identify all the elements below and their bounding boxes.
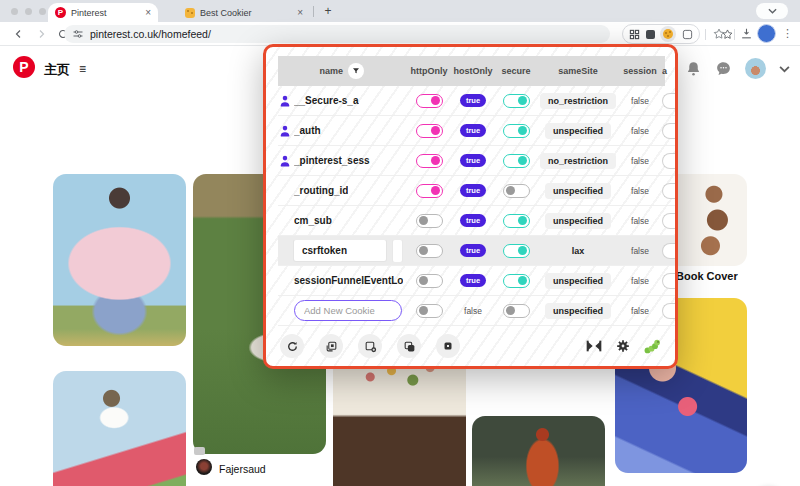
clipped-action-button[interactable] bbox=[662, 183, 676, 199]
samesite-value[interactable]: no_restriction bbox=[540, 93, 616, 109]
samesite-value[interactable]: unspecified bbox=[545, 213, 611, 229]
secure-toggle[interactable] bbox=[503, 124, 530, 138]
secure-toggle[interactable] bbox=[503, 184, 530, 198]
secure-toggle[interactable] bbox=[503, 274, 530, 288]
secure-toggle[interactable] bbox=[503, 154, 530, 168]
samesite-value[interactable]: unspecified bbox=[545, 183, 611, 199]
cookie-name[interactable]: __Secure-s_a bbox=[294, 95, 359, 106]
cookie-name[interactable]: _routing_id bbox=[294, 185, 348, 196]
cookie-value-input-clipped[interactable] bbox=[393, 240, 402, 262]
cookie-name[interactable]: csrftoken bbox=[294, 240, 386, 261]
samesite-value[interactable]: unspecified bbox=[545, 303, 611, 319]
samesite-value[interactable]: unspecified bbox=[545, 273, 611, 289]
user-avatar[interactable] bbox=[745, 58, 766, 79]
clipped-action-button[interactable] bbox=[662, 123, 676, 139]
pin-watermelon-girl[interactable] bbox=[53, 371, 186, 486]
pin-flower-girl[interactable] bbox=[53, 174, 186, 346]
labs-star-icon[interactable] bbox=[712, 27, 726, 41]
col-name: name bbox=[319, 66, 343, 76]
pin-woman-orange[interactable] bbox=[472, 416, 605, 486]
cookie-extension-icon[interactable] bbox=[660, 26, 676, 42]
httponly-toggle[interactable] bbox=[416, 154, 443, 168]
httponly-toggle[interactable] bbox=[416, 274, 443, 288]
cookie-row[interactable]: cm_sub true unspecified false bbox=[278, 206, 678, 236]
session-value: false bbox=[631, 246, 649, 256]
httponly-toggle[interactable] bbox=[416, 184, 443, 198]
secure-toggle[interactable] bbox=[503, 94, 530, 108]
hamburger-menu-icon[interactable]: ≡ bbox=[79, 62, 87, 76]
forward-icon[interactable] bbox=[32, 25, 49, 42]
secure-toggle[interactable] bbox=[503, 214, 530, 228]
dark-extension-icon[interactable] bbox=[646, 30, 655, 39]
caterpillar-icon[interactable] bbox=[644, 339, 661, 354]
home-nav-label[interactable]: 主页 bbox=[44, 61, 70, 79]
add-cookie-name-input[interactable] bbox=[294, 300, 402, 321]
notifications-bell-icon[interactable] bbox=[685, 60, 702, 77]
samesite-value[interactable]: unspecified bbox=[545, 123, 611, 139]
pinterest-logo[interactable]: P bbox=[13, 56, 35, 78]
httponly-toggle[interactable] bbox=[416, 94, 443, 108]
outline-extension-icon[interactable] bbox=[682, 29, 693, 40]
clipped-action-button[interactable] bbox=[662, 93, 676, 109]
delete-icon[interactable] bbox=[436, 334, 460, 358]
settings-icon[interactable] bbox=[616, 339, 630, 353]
tab-title: Best Cookier bbox=[200, 8, 292, 18]
filter-funnel-icon[interactable] bbox=[348, 63, 364, 79]
kebab-menu-icon[interactable]: ⋮ bbox=[779, 25, 796, 42]
tab-best-cookier[interactable]: Best Cookier × bbox=[178, 3, 310, 22]
url-text[interactable]: pinterest.co.uk/homefeed/ bbox=[90, 28, 211, 40]
clipped-action-button[interactable] bbox=[662, 243, 676, 259]
browser-toolbar: pinterest.co.uk/homefeed/ ⋮ bbox=[0, 22, 800, 46]
pin-author-name[interactable]: Fajersaud bbox=[219, 463, 266, 475]
clipped-action-button[interactable] bbox=[662, 153, 676, 169]
cookie-row[interactable]: _routing_id true unspecified false bbox=[278, 176, 678, 206]
refresh-icon[interactable] bbox=[280, 334, 304, 358]
clipped-action-button[interactable] bbox=[662, 213, 676, 229]
hostonly-value: true bbox=[460, 124, 486, 137]
new-tab-button[interactable]: + bbox=[320, 3, 336, 19]
cookie-name[interactable]: _auth bbox=[294, 125, 321, 136]
cookie-name[interactable]: sessionFunnelEventLo bbox=[294, 275, 403, 286]
copy-icon[interactable] bbox=[397, 334, 421, 358]
download-icon[interactable] bbox=[740, 27, 753, 40]
export-cookie-icon[interactable] bbox=[358, 334, 382, 358]
secure-toggle[interactable] bbox=[503, 304, 530, 318]
cookie-name[interactable]: cm_sub bbox=[294, 215, 332, 226]
cookie-row[interactable]: csrftoken true lax false bbox=[278, 236, 678, 266]
cookie-name[interactable]: _pinterest_sess bbox=[294, 155, 370, 166]
import-cookie-icon[interactable] bbox=[319, 334, 343, 358]
tab-search-chevron[interactable] bbox=[756, 3, 788, 19]
httponly-toggle[interactable] bbox=[416, 304, 443, 318]
httponly-toggle[interactable] bbox=[416, 244, 443, 258]
grid-extension-icon[interactable] bbox=[629, 29, 640, 40]
httponly-toggle[interactable] bbox=[416, 214, 443, 228]
secure-toggle[interactable] bbox=[503, 244, 530, 258]
profile-avatar[interactable] bbox=[757, 24, 776, 43]
pin-caption[interactable]: Book Cover bbox=[676, 270, 738, 282]
cookie-editor-popup: name httpOnly hostOnly secure sameSite s… bbox=[263, 44, 678, 369]
cookie-row[interactable]: __Secure-s_a true no_restriction false bbox=[278, 86, 678, 116]
cookie-row[interactable]: _auth true unspecified false bbox=[278, 116, 678, 146]
address-bar[interactable]: pinterest.co.uk/homefeed/ bbox=[64, 25, 610, 43]
chevron-down-icon[interactable] bbox=[779, 65, 790, 73]
session-value: false bbox=[631, 306, 649, 316]
col-hostonly: hostOnly bbox=[453, 66, 492, 76]
window-controls[interactable] bbox=[11, 8, 46, 15]
site-settings-tune-icon[interactable] bbox=[72, 28, 84, 40]
clipped-action-button[interactable] bbox=[662, 273, 676, 289]
httponly-toggle[interactable] bbox=[416, 124, 443, 138]
samesite-value[interactable]: no_restriction bbox=[540, 153, 616, 169]
tab-pinterest[interactable]: P Pinterest × bbox=[48, 3, 158, 22]
samesite-value[interactable]: lax bbox=[564, 243, 593, 259]
close-tab-icon[interactable]: × bbox=[145, 7, 151, 18]
col-httponly: httpOnly bbox=[411, 66, 448, 76]
cookie-row[interactable]: false unspecified false bbox=[278, 296, 678, 326]
pin-author-avatar[interactable] bbox=[196, 459, 212, 475]
back-icon[interactable] bbox=[10, 25, 27, 42]
fit-window-icon[interactable] bbox=[586, 340, 602, 352]
messages-icon[interactable] bbox=[715, 60, 732, 77]
close-tab-icon[interactable]: × bbox=[297, 7, 303, 18]
cookie-row[interactable]: sessionFunnelEventLo true unspecified fa… bbox=[278, 266, 678, 296]
cookie-row[interactable]: _pinterest_sess true no_restriction fals… bbox=[278, 146, 678, 176]
clipped-action-button[interactable] bbox=[662, 303, 676, 319]
